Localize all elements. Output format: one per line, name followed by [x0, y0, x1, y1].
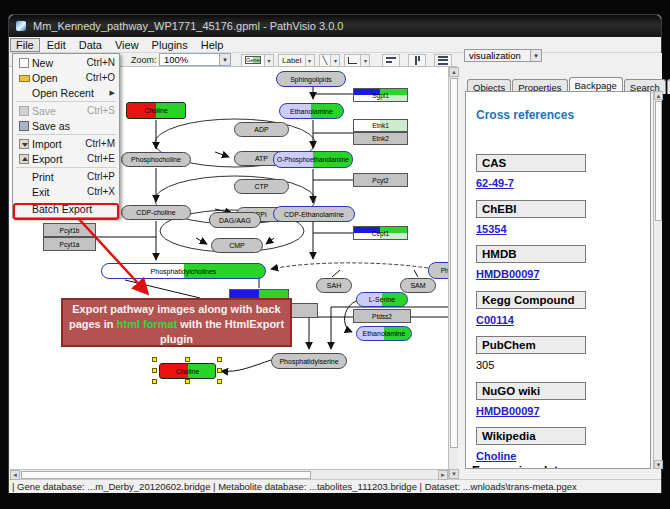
gene-pcyt1b[interactable]: Pcyt1b: [43, 223, 96, 237]
file-menu-import[interactable]: ImportCtrl+M: [13, 136, 119, 151]
node-choline-top[interactable]: Choline: [126, 102, 186, 119]
node-adp[interactable]: ADP: [234, 122, 289, 137]
xref-header-chebi: ChEBI: [476, 200, 586, 218]
node-dag-aag[interactable]: DAG/AAG: [209, 212, 261, 228]
save-as-icon: [19, 121, 29, 131]
node-phosphocholine[interactable]: Phosphocholine: [121, 152, 191, 167]
connector-icon: [348, 57, 357, 64]
gene-etnk1[interactable]: Etnk1: [353, 119, 408, 132]
panel-scrollbar[interactable]: ▲ ▼: [653, 91, 662, 469]
selection-handle[interactable]: [217, 379, 222, 384]
distribute-horizontal-button[interactable]: [434, 54, 452, 67]
selection-handle[interactable]: [152, 368, 157, 373]
xref-header-hmdb: HMDB: [476, 245, 586, 263]
visualization-dropdown-arrow[interactable]: ▾: [530, 50, 541, 61]
canvas-hscroll-thumb[interactable]: [21, 471, 311, 479]
menu-plugins[interactable]: Plugins: [146, 38, 194, 52]
zoom-dropdown-arrow[interactable]: ▾: [219, 54, 230, 65]
visualization-combobox[interactable]: visualization ▾: [464, 49, 542, 62]
label-tool-button[interactable]: Label: [278, 54, 306, 67]
selection-handle[interactable]: [152, 357, 157, 362]
title-bar: Mm_Kennedy_pathway_WP1771_45176.gpml - P…: [9, 15, 661, 37]
canvas-scroll-left-icon[interactable]: ◄: [10, 470, 20, 480]
menu-edit[interactable]: Edit: [41, 38, 72, 52]
xref-header-cas: CAS: [476, 154, 586, 172]
screenshot-background: Mm_Kennedy_pathway_WP1771_45176.gpml - P…: [0, 0, 670, 509]
node-sah[interactable]: SAH: [316, 278, 352, 293]
selection-handle[interactable]: [217, 357, 222, 362]
node-phosphatidylcholines[interactable]: Phosphatidylcholines: [101, 263, 266, 279]
distribute-horizontal-icon: [438, 56, 448, 65]
node-ethanolamine-top[interactable]: Ethanolamine: [279, 103, 344, 119]
gene-pcyt2[interactable]: Pcyt2: [353, 173, 408, 187]
selection-handle[interactable]: [185, 357, 190, 362]
panel-scroll-down-icon[interactable]: ▼: [654, 460, 663, 469]
align-middle-button[interactable]: [408, 54, 426, 67]
gene-etnk2[interactable]: Etnk2: [353, 132, 408, 145]
file-menu-exit[interactable]: ExitCtrl+X: [13, 184, 119, 199]
file-menu-export[interactable]: ExportCtrl+E: [13, 151, 119, 166]
xref-header-wikipedia: Wikipedia: [476, 427, 586, 445]
node-l-serine[interactable]: L-Serine: [356, 292, 408, 307]
xref-header-kegg: Kegg Compound: [476, 291, 586, 309]
label-tool-dropdown[interactable]: ▾: [306, 54, 315, 67]
xref-link-cas[interactable]: 62-49-7: [476, 177, 514, 189]
canvas-vertical-scrollbar[interactable]: ▲ ▼: [448, 67, 458, 479]
node-choline-bottom[interactable]: Choline: [159, 363, 216, 379]
gene-sgpl1[interactable]: Sgpl1: [353, 88, 408, 102]
gene-cept1[interactable]: Cept1: [353, 226, 408, 240]
connector-tool-button[interactable]: [344, 54, 361, 67]
file-menu-save[interactable]: SaveCtrl+S: [13, 103, 119, 118]
menu-file[interactable]: File: [10, 38, 40, 52]
file-menu-new[interactable]: NewCtrl+N: [13, 55, 119, 70]
node-cmp[interactable]: CMP: [211, 238, 263, 253]
import-icon: [19, 139, 29, 149]
panel-scroll-thumb[interactable]: [655, 101, 662, 221]
canvas-scroll-right-icon[interactable]: ►: [438, 470, 448, 480]
sidepanel-tabs: ObjectsPropertiesBackpageSearchLegend: [467, 77, 670, 92]
node-cdp-choline[interactable]: CDP-choline: [121, 205, 191, 220]
selection-handle[interactable]: [217, 368, 222, 373]
xref-link-nugo[interactable]: HMDB00097: [476, 405, 540, 417]
canvas-horizontal-scrollbar[interactable]: ◄ ►: [10, 469, 448, 479]
gene-tool-dropdown[interactable]: ▾: [265, 54, 274, 67]
align-center-button[interactable]: [382, 54, 400, 67]
line-tool-dropdown[interactable]: ▾: [331, 54, 340, 67]
open-folder-icon: [19, 75, 30, 82]
node-sam[interactable]: SAM: [400, 278, 436, 293]
xref-link-wikipedia[interactable]: Choline: [476, 450, 516, 462]
gene-tool-button[interactable]: Gene: [241, 54, 265, 67]
node-phosphatidylserine[interactable]: Phosphatidylserine: [271, 353, 347, 369]
menu-view[interactable]: View: [109, 38, 145, 52]
selection-handle[interactable]: [185, 379, 190, 384]
menu-data[interactable]: Data: [73, 38, 108, 52]
xref-link-chebi[interactable]: 15354: [476, 223, 507, 235]
node-ctp[interactable]: CTP: [234, 179, 289, 194]
gene-ptdss2[interactable]: Ptdss2: [353, 309, 411, 323]
zoom-combobox[interactable]: 100% ▾: [159, 53, 231, 66]
gene-pcyt1a[interactable]: Pcyt1a: [43, 237, 96, 251]
canvas-vscroll-thumb[interactable]: [450, 78, 458, 448]
node-cdp-ethanolamine[interactable]: CDP-Ethanolamine: [273, 206, 355, 222]
pathvisio-app-icon: [15, 20, 27, 32]
file-menu-open[interactable]: OpenCtrl+O: [13, 70, 119, 85]
panel-scroll-up-icon[interactable]: ▲: [654, 91, 663, 100]
canvas-scroll-up-icon[interactable]: ▲: [449, 67, 459, 77]
line-tool-button[interactable]: ╲: [319, 54, 332, 67]
xref-link-kegg[interactable]: C00114: [476, 314, 514, 326]
submenu-arrow-icon: ▶: [110, 89, 115, 97]
file-menu-open-recent[interactable]: Open Recent ▶: [13, 85, 119, 100]
selection-handle[interactable]: [152, 379, 157, 384]
connector-tool-dropdown[interactable]: ▾: [361, 54, 370, 67]
menu-separator: [16, 167, 116, 168]
file-menu-print[interactable]: PrintCtrl+P: [13, 169, 119, 184]
xref-header-nugo: NuGO wiki: [476, 382, 586, 400]
canvas-scroll-down-icon[interactable]: ▼: [449, 469, 459, 479]
menu-help[interactable]: Help: [195, 38, 230, 52]
file-menu-save-as[interactable]: Save as: [13, 118, 119, 133]
node-o-phosphoethanolamine[interactable]: O-Phosphoethanolamine: [273, 151, 353, 168]
node-ethanolamine-bottom[interactable]: Ethanolamine: [356, 326, 412, 341]
xref-link-hmdb[interactable]: HMDB00097: [476, 268, 540, 280]
node-phosphatidylethanolamines[interactable]: Phosphatidylethanolamines: [428, 262, 448, 279]
node-sphingolipids[interactable]: Sphingolipids: [276, 71, 346, 87]
